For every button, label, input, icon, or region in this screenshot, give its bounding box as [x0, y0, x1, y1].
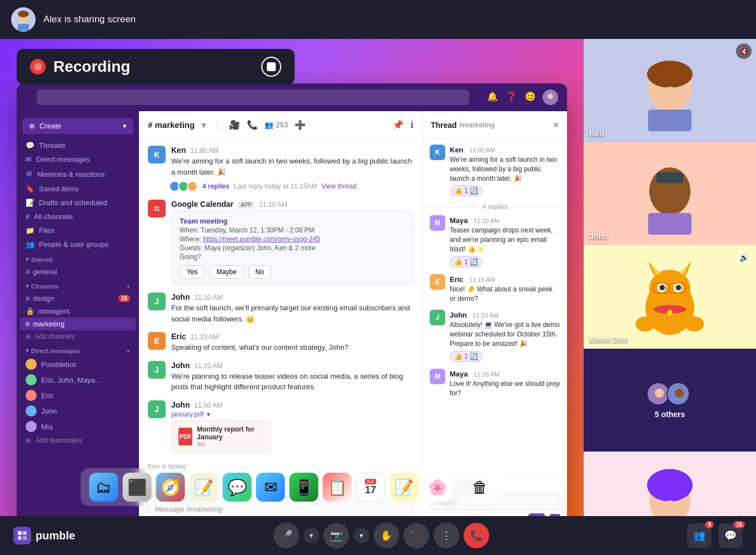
ken-mute-icon: 🔇: [736, 43, 752, 59]
chevron-down-icon: ▾: [26, 283, 29, 290]
thread-original-reaction[interactable]: 👍 1 🔄: [450, 185, 483, 196]
chevron-down-icon: ▾: [26, 347, 29, 354]
user-avatar[interactable]: [543, 90, 558, 105]
sidebar-item-direct-messages[interactable]: ✉ Direct messages: [17, 152, 139, 166]
participant-ken: 🔇 Ken: [584, 39, 756, 142]
maybe-button[interactable]: Maybe: [210, 265, 244, 279]
files-icon: 📁: [26, 226, 34, 235]
john-1-body: John 11:10 AM For the soft launch, we'll…: [171, 293, 414, 324]
avatar: [11, 7, 36, 32]
sidebar-item-general[interactable]: # general: [17, 265, 139, 278]
dm-john[interactable]: John: [17, 403, 139, 419]
info-icon[interactable]: ℹ: [410, 120, 414, 130]
camera-chevron[interactable]: ▾: [354, 528, 369, 543]
end-call-button[interactable]: 📞: [464, 523, 489, 548]
dock-mail[interactable]: ✉: [256, 473, 285, 502]
stop-recording-button[interactable]: [261, 57, 281, 77]
dock-calendar[interactable]: JUL 17: [356, 473, 385, 502]
dm-pumblebot[interactable]: Pumblebot: [17, 356, 139, 372]
add-teammates-item[interactable]: ⊕ Add teammates: [17, 434, 139, 447]
thread-eric-time: 11:15 AM: [469, 276, 495, 283]
video-call-icon[interactable]: 🎥: [229, 120, 240, 130]
reply-avatar-3: [187, 181, 198, 192]
sidebar-item-design[interactable]: # design 16: [17, 292, 139, 305]
divider-line-2: [511, 207, 560, 207]
app-window: Recording 🔔 ❓ 😊: [0, 39, 584, 555]
add-dm-icon[interactable]: +: [127, 348, 130, 354]
file-label-row: january.pdf ▾: [171, 410, 414, 418]
dm-mia[interactable]: Mia: [17, 419, 139, 434]
dock-notes[interactable]: 📝: [190, 473, 218, 502]
mia-avatar: [26, 421, 37, 432]
john-2-body: John 11:20 AM We're planning to release …: [171, 361, 414, 393]
sidebar-item-files[interactable]: 📁 Files: [17, 224, 139, 237]
dm-eric[interactable]: Eric: [17, 388, 139, 403]
bottom-right-icons: 👥 9 💬 16: [687, 523, 743, 548]
view-thread-link[interactable]: View thread: [321, 182, 356, 190]
dms-section-label: ▾ Direct messages +: [17, 343, 139, 356]
dm-group[interactable]: Eric, John, Maya...: [17, 372, 139, 388]
record-dot: [30, 59, 46, 75]
thread-john-reaction[interactable]: 👍 1 🔄: [450, 351, 483, 362]
managers-label: managers: [38, 307, 70, 315]
emoji-icon[interactable]: 😊: [524, 90, 537, 103]
john-2-name: John: [171, 361, 190, 370]
add-member-icon[interactable]: ➕: [295, 120, 306, 130]
sidebar-item-all-channels[interactable]: # All channels: [17, 210, 139, 224]
sidebar-item-people[interactable]: 👥 People & user groups: [17, 237, 139, 251]
more-button[interactable]: ⋮: [434, 523, 459, 548]
mic-button[interactable]: 🎤: [273, 523, 299, 548]
thread-ken-avatar: K: [430, 145, 445, 160]
ken-avatar: K: [148, 146, 166, 163]
dock-finder[interactable]: 🗂: [89, 473, 118, 502]
all-channels-label: All channels: [34, 212, 73, 221]
add-channel-icon[interactable]: +: [127, 283, 130, 290]
dock-reminders[interactable]: 📋: [323, 473, 352, 502]
thread-maya-2-name: Maya: [450, 370, 468, 378]
members-count[interactable]: 👥 253: [265, 121, 288, 129]
dock-messages[interactable]: 💬: [223, 473, 252, 502]
svg-point-10: [662, 87, 678, 100]
yes-button[interactable]: Yes: [180, 265, 205, 279]
participants-button[interactable]: 👥 9: [687, 523, 712, 548]
reply-count[interactable]: 4 replies: [202, 182, 230, 190]
search-bar[interactable]: [37, 90, 469, 105]
thread-john-body: John 11:15 AM Absolutely! 💻 We've got a …: [450, 310, 560, 361]
thread-maya-time: 11:10 AM: [474, 217, 499, 224]
sidebar-item-drafts[interactable]: 📝 Drafts and scheduled: [17, 196, 139, 210]
bell-icon[interactable]: 🔔: [486, 90, 499, 103]
sidebar-item-saved[interactable]: 🔖 Saved items: [17, 182, 139, 196]
sidebar-item-mentions[interactable]: ＠ Mentions & reactions: [17, 166, 139, 182]
pdf-info: Monthly report for January 96r: [197, 425, 264, 448]
dock-launchpad[interactable]: ⬛: [123, 473, 152, 502]
no-button[interactable]: No: [248, 265, 271, 279]
mic-chevron[interactable]: ▾: [304, 528, 319, 543]
raise-hand-button[interactable]: ✋: [374, 523, 399, 548]
dock-trash[interactable]: 🗑: [466, 473, 495, 502]
dock-safari[interactable]: 🧭: [156, 473, 185, 502]
dock-photos[interactable]: 🌸: [423, 473, 452, 502]
pdf-attachment[interactable]: PDF Monthly report for January 96r: [171, 420, 271, 453]
file-name-link[interactable]: january.pdf: [171, 410, 203, 418]
sidebar-item-managers[interactable]: 🔒 managers: [17, 305, 139, 318]
help-icon[interactable]: ❓: [505, 90, 518, 103]
chat-button[interactable]: 💬 16: [718, 523, 743, 548]
thread-maya-2-text: Love it! Anything else we should prep fo…: [450, 379, 560, 398]
pin-icon[interactable]: 📌: [392, 120, 404, 130]
drafts-icon: 📝: [26, 199, 34, 207]
dock-facetime[interactable]: 📱: [290, 473, 319, 502]
sidebar-item-threads[interactable]: 💬 Threads: [17, 138, 139, 152]
thread-maya-reaction[interactable]: 👍 1 🔄: [450, 256, 483, 267]
sidebar-item-marketing[interactable]: # marketing: [20, 318, 136, 330]
create-button[interactable]: ⊕ Create ▾: [22, 118, 133, 134]
add-channels-item[interactable]: ⊕ Add channels: [17, 330, 139, 343]
chevron-down-icon: ▾: [26, 256, 29, 263]
channel-menu-icon[interactable]: ▾: [201, 119, 206, 131]
chat-header-actions: 📌 ℹ: [392, 120, 414, 130]
marketing-label: marketing: [33, 320, 64, 328]
close-thread-button[interactable]: ✕: [553, 121, 559, 130]
screen-share-button[interactable]: ⬛: [404, 523, 429, 548]
dock-notes-app[interactable]: 📝: [390, 473, 419, 502]
phone-icon[interactable]: 📞: [247, 120, 258, 130]
camera-button[interactable]: 📷: [324, 523, 349, 548]
